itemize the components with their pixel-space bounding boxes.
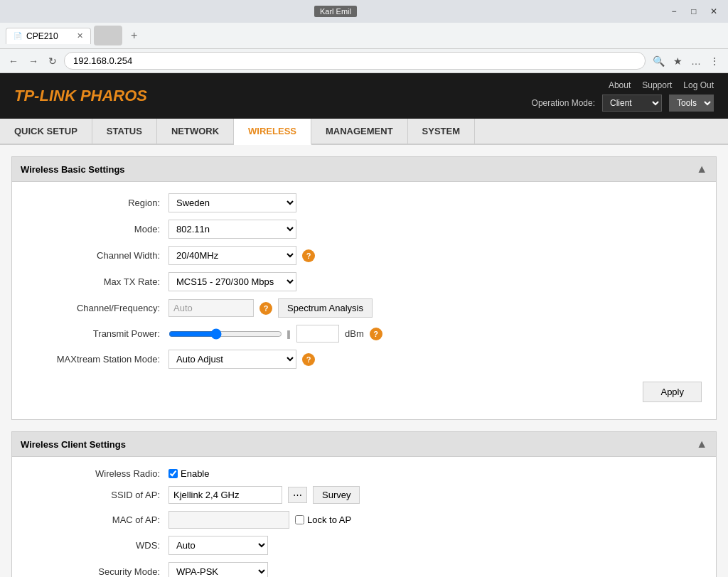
- security-mode-label: Security Mode:: [26, 566, 168, 577]
- wireless-radio-control: Enable: [168, 468, 702, 479]
- tab-quick-setup[interactable]: QUICK SETUP: [0, 119, 92, 144]
- mac-input[interactable]: [168, 511, 289, 529]
- tab-system[interactable]: SYSTEM: [408, 119, 475, 144]
- security-mode-select[interactable]: WPA-PSK: [168, 562, 268, 577]
- back-button[interactable]: ←: [6, 53, 21, 70]
- support-link[interactable]: Support: [642, 80, 672, 90]
- maximize-button[interactable]: □: [685, 3, 702, 20]
- logout-link[interactable]: Log Out: [683, 80, 714, 90]
- tab-favicon: 📄: [14, 32, 22, 40]
- region-control: Sweden: [168, 193, 702, 212]
- nav-tabs: QUICK SETUP STATUS NETWORK WIRELESS MANA…: [0, 119, 728, 145]
- header-right: About Support Log Out Operation Mode: Cl…: [532, 80, 714, 112]
- mode-select[interactable]: 802.11n: [168, 220, 296, 239]
- region-label: Region:: [26, 198, 168, 208]
- ssid-label: SSID of AP:: [26, 490, 168, 500]
- mac-control: Lock to AP: [168, 511, 702, 529]
- channel-freq-help-icon[interactable]: ?: [259, 302, 272, 315]
- lock-to-ap-checkbox[interactable]: [295, 515, 304, 524]
- lock-to-ap-label: Lock to AP: [295, 514, 351, 525]
- toolbar-icons: 🔍 ★ … ⋮: [650, 53, 722, 70]
- browser-tab[interactable]: 📄 CPE210 ✕: [6, 28, 91, 44]
- ssid-browse-button[interactable]: ⋯: [288, 487, 307, 503]
- maxtream-select[interactable]: Auto Adjust: [168, 350, 296, 369]
- max-tx-rate-select[interactable]: MCS15 - 270/300 Mbps: [168, 272, 296, 291]
- tplink-logo: TP-LINK PHAROS: [14, 87, 147, 105]
- tab-close-icon[interactable]: ✕: [77, 31, 83, 41]
- wireless-basic-body: Region: Sweden Mode: 802.11n Channel: [12, 182, 716, 419]
- address-bar: ← → ↻ 🔍 ★ … ⋮: [0, 48, 728, 72]
- minimize-button[interactable]: −: [665, 3, 682, 20]
- security-mode-control: WPA-PSK: [168, 562, 702, 577]
- window-controls: − □ ✕: [665, 3, 722, 20]
- transmit-power-row: Transmit Power: ‖ 11 dBm ?: [12, 325, 716, 343]
- search-icon-btn[interactable]: 🔍: [650, 53, 668, 70]
- tab-placeholder: [94, 26, 122, 45]
- wireless-radio-checkbox-label: Enable: [168, 468, 209, 479]
- basic-collapse-button[interactable]: ▲: [696, 163, 707, 176]
- op-mode-label: Operation Mode:: [532, 98, 595, 108]
- ssid-input[interactable]: [168, 486, 282, 504]
- transmit-power-label: Transmit Power:: [26, 328, 168, 339]
- client-collapse-button[interactable]: ▲: [696, 438, 707, 451]
- dbm-label: dBm: [345, 328, 364, 339]
- new-tab-button[interactable]: +: [125, 26, 143, 45]
- wireless-client-title: Wireless Client Settings: [21, 439, 126, 450]
- main-content: Wireless Basic Settings ▲ Region: Sweden…: [0, 145, 728, 577]
- op-mode-select[interactable]: Client AP Bridge Repeater: [602, 95, 662, 112]
- basic-apply-button[interactable]: Apply: [643, 382, 702, 402]
- transmit-power-help-icon[interactable]: ?: [370, 328, 382, 340]
- survey-button[interactable]: Survey: [313, 486, 360, 504]
- max-tx-rate-label: Max TX Rate:: [26, 276, 168, 287]
- region-select[interactable]: Sweden: [168, 193, 296, 212]
- wireless-basic-title: Wireless Basic Settings: [21, 164, 125, 175]
- tab-status[interactable]: STATUS: [92, 119, 157, 144]
- ssid-control: ⋯ Survey: [168, 486, 702, 504]
- slider-container: ‖: [168, 328, 291, 340]
- ssid-row: SSID of AP: ⋯ Survey: [12, 486, 716, 504]
- channel-width-control: 20/40MHz ?: [168, 246, 702, 265]
- address-input[interactable]: [64, 52, 646, 70]
- maxtream-help-icon[interactable]: ?: [302, 353, 315, 366]
- transmit-power-control: ‖ 11 dBm ?: [168, 325, 702, 343]
- mode-row: Mode: 802.11n: [12, 220, 716, 239]
- transmit-power-slider[interactable]: [168, 328, 282, 340]
- tab-title: CPE210: [26, 31, 58, 41]
- more-icon-btn[interactable]: …: [688, 53, 704, 70]
- forward-button[interactable]: →: [26, 53, 41, 70]
- channel-freq-row: Channel/Frequency: ? Spectrum Analysis: [12, 298, 716, 318]
- wds-select[interactable]: Auto: [168, 536, 268, 555]
- wds-control: Auto: [168, 536, 702, 555]
- spectrum-analysis-button[interactable]: Spectrum Analysis: [278, 298, 373, 318]
- channel-width-label: Channel Width:: [26, 250, 168, 261]
- region-row: Region: Sweden: [12, 193, 716, 212]
- user-badge: Karl Emil: [314, 6, 357, 17]
- wds-row: WDS: Auto: [12, 536, 716, 555]
- menu-icon-btn[interactable]: ⋮: [707, 53, 722, 70]
- reload-button[interactable]: ↻: [46, 53, 60, 70]
- transmit-power-input[interactable]: 11: [296, 325, 339, 343]
- max-tx-rate-control: MCS15 - 270/300 Mbps: [168, 272, 702, 291]
- wds-label: WDS:: [26, 540, 168, 551]
- tab-wireless[interactable]: WIRELESS: [234, 119, 311, 145]
- security-mode-row: Security Mode: WPA-PSK: [12, 562, 716, 577]
- basic-apply-row: Apply: [12, 376, 716, 408]
- wireless-radio-checkbox[interactable]: [168, 469, 178, 478]
- wireless-client-section: Wireless Client Settings ▲ Wireless Radi…: [11, 431, 717, 577]
- tools-select[interactable]: Tools: [669, 95, 714, 112]
- channel-width-row: Channel Width: 20/40MHz ?: [12, 246, 716, 265]
- tab-management[interactable]: MANAGEMENT: [311, 119, 408, 144]
- tab-network[interactable]: NETWORK: [157, 119, 234, 144]
- wireless-radio-row: Wireless Radio: Enable: [12, 468, 716, 479]
- wireless-basic-section: Wireless Basic Settings ▲ Region: Sweden…: [11, 156, 717, 420]
- maxtream-control: Auto Adjust ?: [168, 350, 702, 369]
- bookmark-icon-btn[interactable]: ★: [670, 53, 685, 70]
- mac-row: MAC of AP: Lock to AP: [12, 511, 716, 529]
- channel-width-select[interactable]: 20/40MHz: [168, 246, 296, 265]
- channel-width-help-icon[interactable]: ?: [302, 249, 315, 262]
- logo-tp: TP-LINK: [14, 87, 80, 104]
- mode-label: Mode:: [26, 224, 168, 234]
- about-link[interactable]: About: [609, 80, 631, 90]
- wireless-radio-label: Wireless Radio:: [26, 468, 168, 479]
- close-button[interactable]: ✕: [705, 3, 722, 20]
